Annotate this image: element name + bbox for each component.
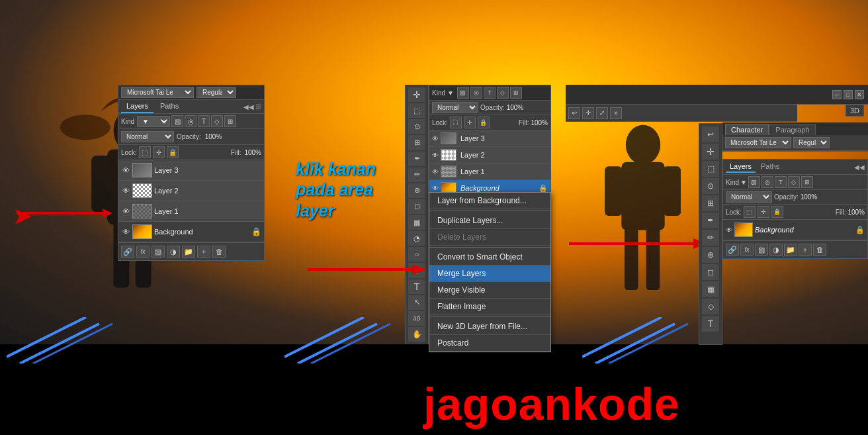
icon-shp-3[interactable]: ◇ [788,176,800,188]
win-restore-btn[interactable]: □ [844,90,853,99]
tool-r-move[interactable]: ✛ [702,144,719,160]
lock-3a[interactable]: ⬚ [744,206,756,218]
blend-select-2[interactable]: Normal [432,102,478,113]
ctx-new3d[interactable]: New 3D Layer from File... [429,318,550,335]
icon-shape-2[interactable]: ◇ [497,87,509,99]
arrange-icon[interactable]: ⤢ [596,107,608,119]
icon-t-3[interactable]: T [775,176,787,188]
layer-item-1[interactable]: 👁 Layer 1 [118,201,264,222]
link-layers-btn[interactable]: 🔗 [121,246,134,258]
icon-adjust-2[interactable]: ◎ [470,87,482,99]
tab-paths[interactable]: Paths [155,100,184,113]
lc-eye-3[interactable]: 👁 [432,135,439,142]
lock-pixel-btn[interactable]: ⬚ [139,146,151,158]
icon-sm-3[interactable]: ⊞ [801,176,813,188]
lp3-grp-btn[interactable]: 📁 [784,244,797,256]
lp3-fx-btn[interactable]: fx [740,244,754,256]
panel3-collapse[interactable]: ◀◀ [854,164,865,171]
filter-type-icon[interactable]: T [198,115,210,127]
tab-paragraph[interactable]: Paragraph [769,124,815,135]
tool-blur[interactable]: ◔ [408,231,425,246]
lp3-adj-btn[interactable]: ◑ [769,244,783,256]
lc-eye-bg[interactable]: 👁 [432,185,439,192]
more-icon[interactable]: » [610,107,622,119]
lock-3c[interactable]: 🔒 [771,206,783,218]
lc-eye-2[interactable]: 👁 [432,152,439,159]
layer-2-visibility[interactable]: 👁 [121,186,130,195]
layer-item-background[interactable]: 👁 Background 🔒 [118,222,264,242]
win-close-btn[interactable]: ✕ [855,90,864,99]
win-minimize-btn[interactable]: ─ [832,90,842,99]
tool-stamp[interactable]: ⊛ [408,183,425,198]
icon-pix-3[interactable]: ▨ [748,176,760,188]
lc-layer1[interactable]: 👁 Layer 1 [429,164,550,180]
icon-type-2[interactable]: T [484,87,496,99]
new-layer-btn[interactable]: + [197,246,210,258]
tool-r-eye[interactable]: ✒ [702,213,719,228]
lock-btn-2b[interactable]: ✛ [464,117,476,128]
tool-r-marquee[interactable]: ⬚ [702,161,719,177]
tool-r-eraser[interactable]: ◻ [702,264,719,280]
lock-move-btn[interactable]: ✛ [153,146,165,158]
font-family-select[interactable]: Microsoft Tai Le [121,87,194,98]
ctx-layer-from-bg[interactable]: Layer from Background... [429,193,550,209]
ctx-merge-visible[interactable]: Merge Visible [429,282,550,299]
background-visibility[interactable]: 👁 [121,227,130,236]
ctx-smart[interactable]: Convert to Smart Object [429,249,550,266]
lp3-mask-btn[interactable]: ▨ [755,244,768,256]
blend-select-3[interactable]: Normal [726,191,772,203]
icon-smart-2[interactable]: ⊞ [510,87,522,99]
tool-r-crop[interactable]: ⊞ [702,195,719,211]
tool-r-type[interactable]: T [702,316,719,332]
lp3-del-btn[interactable]: 🗑 [813,244,826,256]
mask-btn[interactable]: ▨ [152,246,165,258]
tool-r-shape[interactable]: ◇ [702,299,719,314]
tool-r-stamp[interactable]: ⊛ [702,247,719,263]
tool-type[interactable]: T [408,279,425,294]
tool-lasso[interactable]: ⊙ [408,119,425,134]
tool-eyedrop[interactable]: ✒ [408,152,425,166]
tool-crop[interactable]: ⊞ [408,135,425,150]
lock-btn-2a[interactable]: ⬚ [450,117,462,128]
ctx-delete[interactable]: Delete Layers [429,229,550,246]
tool-hand[interactable]: ✋ [408,327,425,342]
tab-paths-3[interactable]: Paths [757,161,783,173]
tool-marquee[interactable]: ⬚ [408,103,425,118]
tab-layers-3[interactable]: Layers [726,161,756,173]
tool-r-brush[interactable]: ✏ [702,230,719,246]
ctx-duplicate[interactable]: Duplicate Layers... [429,213,550,229]
tab-layers[interactable]: Layers [121,100,153,113]
ctx-postcard[interactable]: Postcard [429,335,550,352]
ctx-merge[interactable]: Merge Layers [429,266,550,282]
undo-icon[interactable]: ↩ [568,107,580,119]
lock-3b[interactable]: ✛ [758,206,769,218]
lock-btn-2c[interactable]: 🔒 [478,117,490,128]
layer-item-2[interactable]: 👁 Layer 2 [118,181,264,201]
lc-layer2[interactable]: 👁 Layer 2 [429,147,550,164]
tab-character[interactable]: Character [725,124,769,135]
layer-item-3[interactable]: 👁 Layer 3 [118,160,264,181]
lp3-new-btn[interactable]: + [799,244,812,256]
lc-eye-1[interactable]: 👁 [432,168,439,175]
move-tool-icon[interactable]: ✛ [582,107,594,119]
lock-all-btn[interactable]: 🔒 [167,146,179,158]
char-font-select[interactable]: Microsoft Tai Le [725,137,791,148]
group-btn[interactable]: 📁 [182,246,195,258]
kind-select[interactable]: ▼ [137,116,170,127]
blend-mode-select[interactable]: Normal [121,131,174,142]
char-style-select[interactable]: Regular [793,137,830,148]
tool-select[interactable]: ↖ [408,295,425,310]
font-style-select[interactable]: Regular [196,87,236,98]
tool-brush[interactable]: ✏ [408,168,425,182]
panel-menu-icon[interactable]: ☰ [255,103,261,111]
tool-move[interactable]: ✛ [408,87,425,102]
layer-3-visibility[interactable]: 👁 [121,166,130,175]
tool-r-lasso[interactable]: ⊙ [702,178,719,194]
tool-3d[interactable]: 3D [408,311,425,326]
filter-pixel-icon[interactable]: ▨ [171,115,183,127]
ctx-flatten[interactable]: Flatten Image [429,299,550,315]
tool-r-gradient[interactable]: ▦ [702,281,719,297]
tool-r-undo[interactable]: ↩ [702,126,719,142]
panel-collapse-icon[interactable]: ◀◀ [243,103,254,111]
adjustment-btn[interactable]: ◑ [167,246,180,258]
